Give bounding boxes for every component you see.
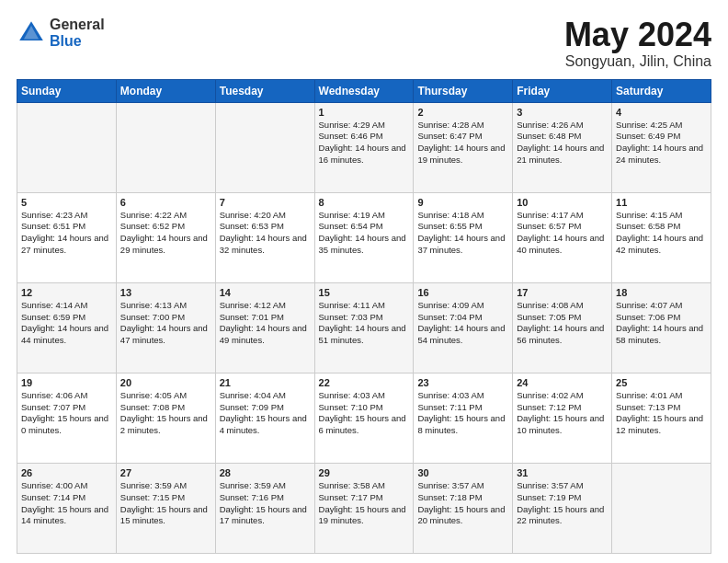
calendar-cell: [17, 102, 117, 192]
day-info: Sunrise: 4:17 AM Sunset: 6:57 PM Dayligh…: [517, 210, 608, 257]
logo-text: General Blue: [50, 17, 105, 49]
header-wednesday: Wednesday: [314, 79, 414, 102]
day-number: 24: [517, 377, 608, 388]
calendar-cell: 17Sunrise: 4:08 AM Sunset: 7:05 PM Dayli…: [513, 282, 612, 373]
logo: General Blue: [17, 17, 105, 49]
calendar-cell: 25Sunrise: 4:01 AM Sunset: 7:13 PM Dayli…: [612, 373, 711, 463]
day-info: Sunrise: 4:13 AM Sunset: 7:00 PM Dayligh…: [120, 300, 211, 347]
calendar-cell: 2Sunrise: 4:28 AM Sunset: 6:47 PM Daylig…: [414, 102, 513, 192]
calendar-cell: 8Sunrise: 4:19 AM Sunset: 6:54 PM Daylig…: [314, 192, 414, 282]
calendar-week-2: 12Sunrise: 4:14 AM Sunset: 6:59 PM Dayli…: [17, 282, 711, 373]
calendar-week-0: 1Sunrise: 4:29 AM Sunset: 6:46 PM Daylig…: [17, 102, 711, 192]
calendar-cell: 16Sunrise: 4:09 AM Sunset: 7:04 PM Dayli…: [414, 282, 513, 373]
calendar-cell: 15Sunrise: 4:11 AM Sunset: 7:03 PM Dayli…: [314, 282, 414, 373]
day-info: Sunrise: 4:09 AM Sunset: 7:04 PM Dayligh…: [417, 300, 508, 347]
day-info: Sunrise: 4:07 AM Sunset: 7:06 PM Dayligh…: [616, 300, 707, 347]
day-info: Sunrise: 3:59 AM Sunset: 7:15 PM Dayligh…: [120, 480, 211, 527]
day-number: 19: [21, 377, 112, 388]
calendar-cell: 22Sunrise: 4:03 AM Sunset: 7:10 PM Dayli…: [314, 373, 414, 463]
day-info: Sunrise: 4:20 AM Sunset: 6:53 PM Dayligh…: [220, 210, 311, 257]
calendar-cell: [116, 102, 215, 192]
header: General Blue May 2024 Songyuan, Jilin, C…: [17, 17, 711, 70]
day-number: 3: [517, 107, 608, 118]
calendar-cell: 6Sunrise: 4:22 AM Sunset: 6:52 PM Daylig…: [116, 192, 215, 282]
day-info: Sunrise: 4:03 AM Sunset: 7:10 PM Dayligh…: [319, 390, 410, 437]
calendar-cell: 20Sunrise: 4:05 AM Sunset: 7:08 PM Dayli…: [116, 373, 215, 463]
day-info: Sunrise: 3:59 AM Sunset: 7:16 PM Dayligh…: [220, 480, 311, 527]
day-number: 18: [616, 287, 707, 298]
day-info: Sunrise: 4:18 AM Sunset: 6:55 PM Dayligh…: [417, 210, 508, 257]
day-info: Sunrise: 4:08 AM Sunset: 7:05 PM Dayligh…: [517, 300, 608, 347]
logo-blue-text: Blue: [50, 33, 105, 50]
day-number: 10: [517, 197, 608, 208]
calendar-cell: [215, 102, 314, 192]
day-number: 15: [319, 287, 410, 298]
day-info: Sunrise: 4:06 AM Sunset: 7:07 PM Dayligh…: [21, 390, 112, 437]
day-number: 1: [319, 107, 410, 118]
calendar-cell: 13Sunrise: 4:13 AM Sunset: 7:00 PM Dayli…: [116, 282, 215, 373]
day-number: 27: [120, 467, 211, 478]
calendar-cell: 30Sunrise: 3:57 AM Sunset: 7:18 PM Dayli…: [414, 463, 513, 553]
header-sunday: Sunday: [17, 79, 117, 102]
day-number: 31: [517, 467, 608, 478]
day-info: Sunrise: 4:25 AM Sunset: 6:49 PM Dayligh…: [616, 120, 707, 167]
day-number: 21: [220, 377, 311, 388]
calendar-cell: 21Sunrise: 4:04 AM Sunset: 7:09 PM Dayli…: [215, 373, 314, 463]
header-friday: Friday: [513, 79, 612, 102]
logo-icon: [17, 18, 46, 48]
day-info: Sunrise: 4:04 AM Sunset: 7:09 PM Dayligh…: [220, 390, 311, 437]
calendar-cell: 5Sunrise: 4:23 AM Sunset: 6:51 PM Daylig…: [17, 192, 117, 282]
day-number: 23: [417, 377, 508, 388]
page: General Blue May 2024 Songyuan, Jilin, C…: [0, 0, 728, 563]
calendar-cell: 27Sunrise: 3:59 AM Sunset: 7:15 PM Dayli…: [116, 463, 215, 553]
calendar-table: Sunday Monday Tuesday Wednesday Thursday…: [17, 79, 711, 554]
calendar-cell: 29Sunrise: 3:58 AM Sunset: 7:17 PM Dayli…: [314, 463, 414, 553]
day-info: Sunrise: 4:15 AM Sunset: 6:58 PM Dayligh…: [616, 210, 707, 257]
day-number: 28: [220, 467, 311, 478]
day-number: 2: [417, 107, 508, 118]
day-number: 30: [417, 467, 508, 478]
day-number: 8: [319, 197, 410, 208]
day-info: Sunrise: 4:29 AM Sunset: 6:46 PM Dayligh…: [319, 120, 410, 167]
calendar-cell: 12Sunrise: 4:14 AM Sunset: 6:59 PM Dayli…: [17, 282, 117, 373]
day-info: Sunrise: 4:28 AM Sunset: 6:47 PM Dayligh…: [417, 120, 508, 167]
day-info: Sunrise: 4:00 AM Sunset: 7:14 PM Dayligh…: [21, 480, 112, 527]
day-number: 17: [517, 287, 608, 298]
day-number: 16: [417, 287, 508, 298]
day-info: Sunrise: 3:57 AM Sunset: 7:18 PM Dayligh…: [417, 480, 508, 527]
calendar-cell: 19Sunrise: 4:06 AM Sunset: 7:07 PM Dayli…: [17, 373, 117, 463]
day-number: 4: [616, 107, 707, 118]
day-number: 26: [21, 467, 112, 478]
calendar-cell: 10Sunrise: 4:17 AM Sunset: 6:57 PM Dayli…: [513, 192, 612, 282]
day-info: Sunrise: 4:12 AM Sunset: 7:01 PM Dayligh…: [220, 300, 311, 347]
title-block: May 2024 Songyuan, Jilin, China: [564, 17, 711, 70]
day-info: Sunrise: 4:22 AM Sunset: 6:52 PM Dayligh…: [120, 210, 211, 257]
day-number: 6: [120, 197, 211, 208]
calendar-cell: [612, 463, 711, 553]
calendar-cell: 7Sunrise: 4:20 AM Sunset: 6:53 PM Daylig…: [215, 192, 314, 282]
day-number: 20: [120, 377, 211, 388]
calendar-cell: 14Sunrise: 4:12 AM Sunset: 7:01 PM Dayli…: [215, 282, 314, 373]
header-tuesday: Tuesday: [215, 79, 314, 102]
day-number: 29: [319, 467, 410, 478]
day-number: 14: [220, 287, 311, 298]
day-info: Sunrise: 4:05 AM Sunset: 7:08 PM Dayligh…: [120, 390, 211, 437]
day-info: Sunrise: 4:23 AM Sunset: 6:51 PM Dayligh…: [21, 210, 112, 257]
calendar-cell: 1Sunrise: 4:29 AM Sunset: 6:46 PM Daylig…: [314, 102, 414, 192]
calendar-week-4: 26Sunrise: 4:00 AM Sunset: 7:14 PM Dayli…: [17, 463, 711, 553]
calendar-cell: 9Sunrise: 4:18 AM Sunset: 6:55 PM Daylig…: [414, 192, 513, 282]
calendar-cell: 11Sunrise: 4:15 AM Sunset: 6:58 PM Dayli…: [612, 192, 711, 282]
day-info: Sunrise: 3:57 AM Sunset: 7:19 PM Dayligh…: [517, 480, 608, 527]
day-info: Sunrise: 4:19 AM Sunset: 6:54 PM Dayligh…: [319, 210, 410, 257]
weekday-header-row: Sunday Monday Tuesday Wednesday Thursday…: [17, 79, 711, 102]
day-info: Sunrise: 4:01 AM Sunset: 7:13 PM Dayligh…: [616, 390, 707, 437]
day-number: 7: [220, 197, 311, 208]
day-number: 25: [616, 377, 707, 388]
day-number: 22: [319, 377, 410, 388]
day-number: 12: [21, 287, 112, 298]
day-number: 9: [417, 197, 508, 208]
day-number: 13: [120, 287, 211, 298]
title-location: Songyuan, Jilin, China: [564, 53, 711, 70]
calendar-cell: 26Sunrise: 4:00 AM Sunset: 7:14 PM Dayli…: [17, 463, 117, 553]
calendar-week-1: 5Sunrise: 4:23 AM Sunset: 6:51 PM Daylig…: [17, 192, 711, 282]
